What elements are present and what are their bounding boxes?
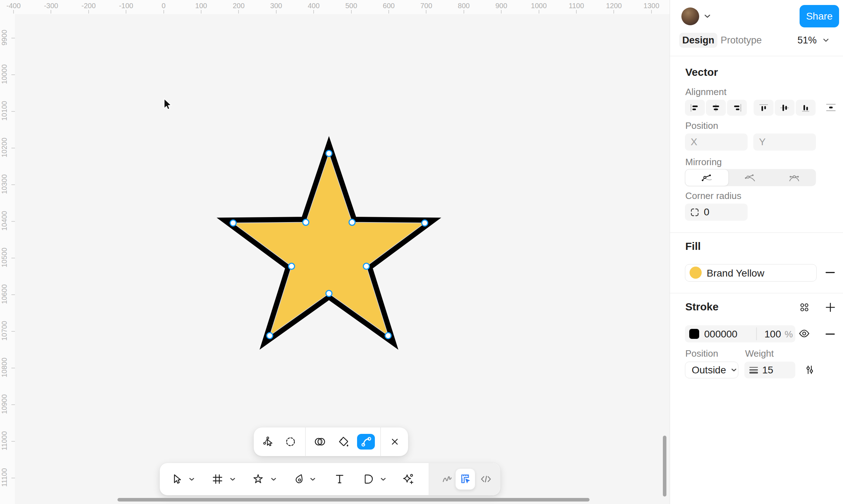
ruler-tick [351, 10, 352, 14]
vector-anchor-point[interactable] [303, 219, 309, 225]
y-position-field [753, 133, 816, 151]
chevron-down-icon [823, 38, 829, 42]
pen-tool-dropdown[interactable] [308, 471, 318, 487]
y-position-input[interactable] [753, 136, 816, 148]
vector-anchor-point[interactable] [363, 263, 370, 269]
avatar[interactable] [681, 7, 699, 25]
align-left-button[interactable] [685, 100, 705, 116]
align-right-button[interactable] [727, 100, 747, 116]
align-vertical-center-icon [780, 104, 789, 112]
fill-style-name: Brand Yellow [707, 268, 764, 279]
stroke-weight-input[interactable] [759, 364, 795, 376]
mirroring-none-option[interactable] [685, 169, 729, 186]
horizontal-scrollbar[interactable] [117, 498, 590, 502]
ruler-number: -200 [82, 2, 96, 10]
tab-prototype[interactable]: Prototype [720, 33, 763, 48]
ruler-number: 10200 [0, 131, 9, 165]
shape-tool-button[interactable] [250, 471, 266, 487]
distribute-vertical-icon [825, 103, 837, 112]
corner-radius-input[interactable] [700, 206, 748, 218]
stroke-opacity-value[interactable]: 100 [761, 329, 781, 340]
advanced-stroke-button[interactable] [802, 363, 817, 377]
frame-tool-dropdown[interactable] [227, 471, 237, 487]
share-button[interactable]: Share [800, 5, 839, 27]
distribute-spacing-button[interactable] [824, 100, 838, 115]
ruler-tick [651, 10, 652, 14]
avatar-chevron-icon[interactable] [704, 14, 711, 18]
vector-anchor-point[interactable] [326, 151, 332, 157]
stroke-position-select[interactable]: Outside [685, 362, 738, 378]
add-stroke-button[interactable] [823, 300, 837, 314]
ruler-number: 11000 [0, 424, 9, 458]
stroke-color-row[interactable]: 000000 100 % [685, 325, 795, 342]
vertical-scrollbar[interactable] [663, 436, 666, 497]
fill-style-chip[interactable]: Brand Yellow [685, 264, 817, 282]
bend-tool-button[interactable] [357, 434, 375, 450]
paint-bucket-tool-button[interactable] [335, 434, 351, 450]
comment-tool-dropdown[interactable] [378, 471, 388, 487]
pen-tool-button[interactable] [292, 471, 307, 487]
minus-icon [826, 272, 835, 273]
chevron-down-icon [731, 368, 737, 372]
vector-anchor-point[interactable] [349, 219, 355, 225]
mirroring-label: Mirroring [685, 157, 722, 168]
ruler-number: 800 [458, 2, 470, 10]
tab-design[interactable]: Design [679, 33, 717, 48]
stroke-styles-button[interactable] [797, 300, 811, 314]
mirroring-angle-length-option[interactable] [772, 169, 816, 186]
ruler-tick [501, 10, 502, 14]
paint-region-tool-button[interactable] [312, 434, 328, 450]
corner-radius-field [685, 204, 748, 221]
ruler-number: 1100 [569, 2, 584, 10]
frame-tool-button[interactable] [210, 471, 225, 487]
draw-mode-button[interactable] [439, 471, 455, 487]
remove-fill-button[interactable] [823, 266, 837, 280]
mirroring-angle-option[interactable] [729, 169, 773, 186]
vector-anchor-point[interactable] [267, 333, 273, 339]
section-title-fill: Fill [685, 240, 701, 252]
canvas[interactable]: -400-300-200-100010020030040050060070080… [0, 0, 670, 504]
dev-mode-toggle[interactable] [455, 468, 475, 490]
lasso-icon [284, 436, 297, 448]
ruler-number: 600 [383, 2, 394, 10]
zoom-menu[interactable]: 51% [797, 33, 829, 48]
cursor-tool-icon [171, 473, 183, 485]
star-fill-shape[interactable] [233, 153, 425, 336]
code-mode-button[interactable] [478, 471, 494, 487]
corner-radius-icon [690, 208, 700, 217]
exit-vector-edit-button[interactable] [387, 434, 403, 450]
text-tool-button[interactable] [332, 471, 347, 487]
lasso-tool-button[interactable] [283, 434, 298, 450]
align-top-button[interactable] [754, 100, 774, 116]
vector-anchor-point[interactable] [326, 290, 332, 296]
code-brackets-icon [480, 473, 492, 485]
ruler-number: -300 [44, 2, 58, 10]
move-tool-dropdown[interactable] [187, 471, 197, 487]
move-tool-button[interactable] [169, 471, 184, 487]
ruler-tick [201, 10, 201, 14]
vector-anchor-point[interactable] [422, 220, 428, 226]
align-vertical-center-button[interactable] [775, 100, 795, 116]
align-horizontal-center-button[interactable] [706, 100, 726, 116]
vector-move-tool-button[interactable] [261, 434, 276, 450]
comment-tool-button[interactable] [360, 471, 376, 487]
remove-stroke-button[interactable] [823, 327, 837, 341]
mirror-angle-length-icon [788, 173, 800, 183]
shape-tool-dropdown[interactable] [268, 471, 278, 487]
x-position-input[interactable] [685, 136, 748, 148]
vector-anchor-point[interactable] [288, 263, 294, 269]
ruler-tick [163, 10, 164, 14]
panel-header: Share Design Prototype 51% [670, 0, 843, 56]
stroke-visibility-button[interactable] [797, 326, 811, 341]
stroke-hex-value[interactable]: 000000 [704, 329, 737, 340]
fill-color-swatch[interactable] [690, 267, 702, 279]
actions-button[interactable] [400, 471, 416, 487]
mode-switch-group [429, 463, 500, 495]
ruler-tick [464, 10, 464, 14]
vector-anchor-point[interactable] [385, 333, 391, 339]
scribble-icon [441, 473, 453, 485]
ruler-number: 10700 [0, 314, 9, 348]
vector-anchor-point[interactable] [230, 220, 236, 226]
stroke-color-swatch[interactable] [689, 329, 699, 339]
align-bottom-button[interactable] [796, 100, 816, 116]
